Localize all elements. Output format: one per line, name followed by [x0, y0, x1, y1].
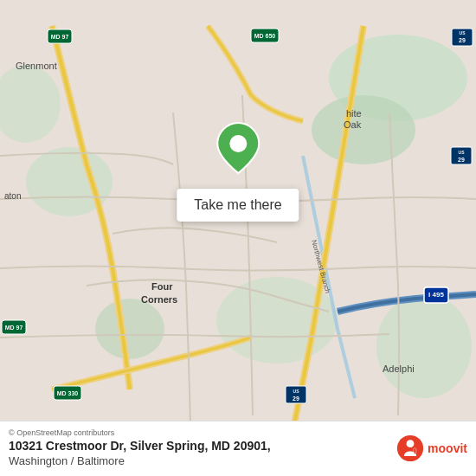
- svg-text:29: 29: [458, 157, 465, 163]
- take-me-there-button[interactable]: Take me there: [177, 189, 299, 222]
- svg-text:MD 97: MD 97: [5, 325, 23, 331]
- svg-text:29: 29: [459, 37, 466, 43]
- svg-point-5: [376, 294, 472, 398]
- moovit-icon: [396, 434, 424, 462]
- attribution-text: © OpenStreetMap contributors: [9, 428, 114, 437]
- svg-text:Oak: Oak: [344, 119, 362, 130]
- map-container: MD 97 MD 650 US 29 US 29 I 495 US 29 MD …: [0, 0, 476, 476]
- svg-text:MD 650: MD 650: [254, 33, 276, 39]
- bottom-left: © OpenStreetMap contributors 10321 Crest…: [9, 428, 271, 467]
- svg-text:Four: Four: [151, 281, 173, 292]
- svg-point-36: [407, 440, 415, 447]
- take-me-there-container: Take me there: [177, 121, 299, 222]
- svg-text:aton: aton: [4, 191, 21, 201]
- bottom-bar: © OpenStreetMap contributors 10321 Crest…: [0, 421, 476, 476]
- address-line2: Washington / Baltimore: [9, 454, 271, 467]
- svg-point-35: [397, 434, 423, 460]
- svg-text:US: US: [459, 150, 466, 155]
- svg-text:MD 330: MD 330: [57, 390, 79, 396]
- svg-point-6: [0, 65, 61, 143]
- svg-text:I 495: I 495: [428, 291, 444, 299]
- map-svg: MD 97 MD 650 US 29 US 29 I 495 US 29 MD …: [0, 0, 476, 476]
- svg-text:hite: hite: [346, 108, 362, 119]
- svg-text:Glenmont: Glenmont: [16, 61, 57, 71]
- svg-point-34: [229, 135, 247, 152]
- svg-text:Corners: Corners: [141, 294, 177, 305]
- svg-point-1: [312, 95, 415, 164]
- moovit-text: moovit: [428, 441, 467, 455]
- location-pin-svg: [215, 121, 261, 175]
- osm-attribution: © OpenStreetMap contributors: [9, 428, 271, 437]
- svg-text:MD 97: MD 97: [51, 34, 69, 40]
- svg-text:US: US: [293, 389, 300, 394]
- address-line1: 10321 Crestmoor Dr, Silver Spring, MD 20…: [9, 439, 271, 453]
- svg-text:Adelphi: Adelphi: [383, 363, 415, 374]
- moovit-logo: moovit: [396, 434, 467, 462]
- svg-text:US: US: [460, 30, 466, 35]
- svg-point-4: [95, 299, 164, 359]
- svg-text:29: 29: [293, 396, 299, 402]
